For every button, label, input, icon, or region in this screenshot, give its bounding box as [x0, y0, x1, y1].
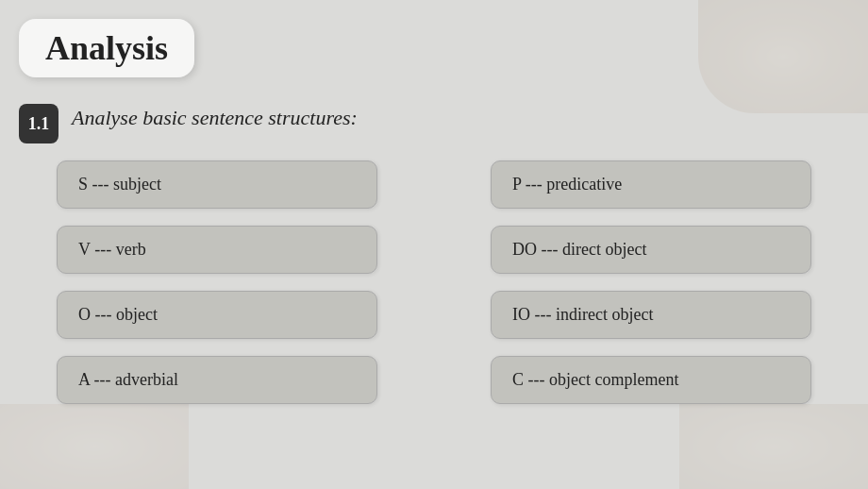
btn-adverbial[interactable]: A --- adverbial [57, 356, 377, 404]
btn-indirect-object[interactable]: IO --- indirect object [491, 291, 811, 339]
btn-verb[interactable]: V --- verb [57, 226, 377, 274]
btn-object-complement[interactable]: C --- object complement [491, 356, 811, 404]
buttons-area: S --- subject P --- predicative V --- ve… [57, 160, 811, 404]
btn-object[interactable]: O --- object [57, 291, 377, 339]
btn-predicative[interactable]: P --- predicative [491, 160, 811, 209]
section-number: 1.1 [19, 104, 58, 143]
section-heading: Analyse basic sentence structures: [72, 106, 358, 130]
btn-subject[interactable]: S --- subject [57, 160, 377, 209]
btn-direct-object[interactable]: DO --- direct object [491, 226, 811, 274]
page-title: Analysis [45, 29, 168, 67]
title-box: Analysis [19, 19, 194, 77]
button-grid: S --- subject P --- predicative V --- ve… [57, 160, 811, 404]
